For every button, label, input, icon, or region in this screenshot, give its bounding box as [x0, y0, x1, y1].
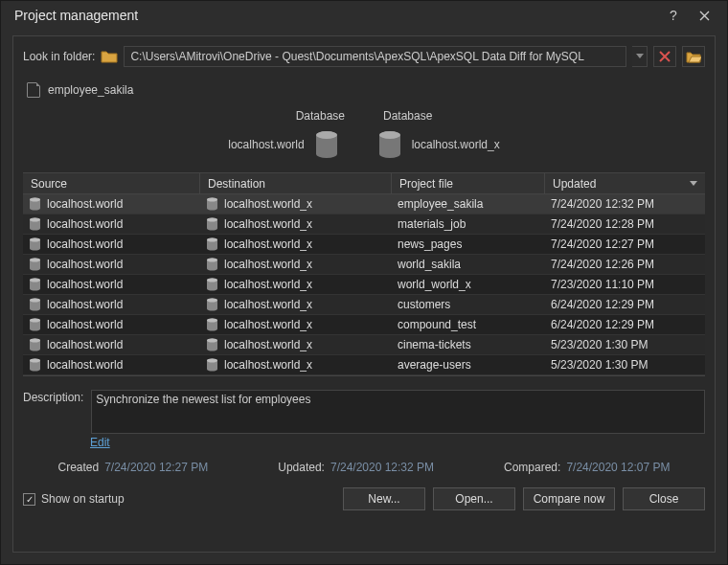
db-icon	[377, 130, 402, 159]
help-button[interactable]: ?	[658, 4, 689, 27]
cell-source: localhost.world	[47, 298, 123, 311]
header-destination[interactable]: Destination	[200, 173, 392, 193]
cell-project-file: customers	[398, 298, 450, 311]
preview-left-db: localhost.world	[228, 138, 304, 151]
grid-body: localhost.worldlocalhost.world_xemployee…	[23, 194, 705, 375]
svg-point-3	[379, 131, 400, 139]
cell-destination: localhost.world_x	[224, 358, 312, 372]
table-row[interactable]: localhost.worldlocalhost.world_xcinema-t…	[23, 335, 705, 355]
close-button[interactable]: Close	[623, 487, 705, 510]
updated-label: Updated:	[278, 461, 325, 474]
cell-updated: 7/24/2020 12:28 PM	[551, 217, 654, 231]
delete-button[interactable]	[653, 46, 676, 67]
content-area: Look in folder: employee_s	[12, 35, 716, 553]
close-window-button[interactable]	[689, 4, 719, 27]
header-project-file[interactable]: Project file	[392, 173, 545, 193]
db-icon	[206, 278, 218, 291]
cell-destination: localhost.world_x	[224, 298, 312, 311]
db-icon	[206, 358, 218, 372]
table-row[interactable]: localhost.worldlocalhost.world_xnews_pag…	[23, 235, 705, 255]
preview-dbs: localhost.world loca	[23, 130, 705, 159]
svg-point-7	[207, 198, 217, 202]
svg-point-13	[30, 238, 40, 242]
checkbox-icon: ✓	[23, 493, 35, 506]
svg-point-1	[316, 131, 337, 139]
svg-point-31	[207, 319, 217, 323]
svg-point-23	[207, 279, 217, 282]
cell-updated: 7/24/2020 12:32 PM	[551, 197, 654, 211]
table-row[interactable]: localhost.worldlocalhost.world_xaverage-…	[23, 355, 705, 375]
db-icon	[206, 197, 218, 211]
table-row[interactable]: localhost.worldlocalhost.world_xcustomer…	[23, 295, 705, 315]
projects-grid: Source Destination Project file Updated …	[23, 172, 705, 376]
edit-description-link[interactable]: Edit	[90, 436, 110, 449]
created-value: 7/24/2020 12:27 PM	[104, 461, 208, 474]
title-bar: Project management ?	[1, 1, 727, 30]
svg-point-21	[30, 279, 40, 282]
cell-updated: 7/23/2020 11:10 PM	[551, 278, 654, 291]
table-row[interactable]: localhost.worldlocalhost.world_xworld_sa…	[23, 255, 705, 275]
cell-project-file: materials_job	[398, 217, 466, 231]
svg-point-15	[207, 238, 217, 242]
sort-desc-icon	[690, 181, 697, 187]
cell-destination: localhost.world_x	[224, 258, 312, 271]
cell-project-file: employee_sakila	[398, 197, 483, 211]
browse-folder-button[interactable]	[682, 46, 705, 67]
description-text: Synchronize the newest list for employee…	[91, 390, 705, 434]
svg-point-19	[207, 259, 217, 262]
db-icon	[206, 338, 218, 351]
svg-point-17	[30, 259, 40, 262]
new-button[interactable]: New...	[343, 487, 425, 510]
svg-point-25	[30, 299, 40, 303]
updated-value: 7/24/2020 12:32 PM	[330, 461, 434, 474]
cell-updated: 7/24/2020 12:27 PM	[551, 237, 654, 251]
svg-point-29	[30, 319, 40, 323]
db-icon	[206, 237, 218, 251]
table-row[interactable]: localhost.worldlocalhost.world_xemployee…	[23, 194, 705, 215]
cell-updated: 5/23/2020 1:30 PM	[551, 338, 648, 351]
cell-project-file: news_pages	[398, 237, 462, 251]
compare-now-button[interactable]: Compare now	[523, 487, 615, 510]
cell-project-file: world_world_x	[398, 278, 471, 291]
table-row[interactable]: localhost.worldlocalhost.world_xworld_wo…	[23, 275, 705, 295]
cell-source: localhost.world	[47, 258, 123, 271]
show-on-startup-checkbox[interactable]: ✓ Show on startup	[23, 492, 125, 506]
db-icon	[206, 258, 218, 271]
svg-point-37	[30, 359, 40, 363]
cell-project-file: compound_test	[398, 318, 476, 331]
db-icon	[29, 217, 41, 231]
open-button[interactable]: Open...	[433, 487, 515, 510]
current-file-name: employee_sakila	[48, 83, 133, 97]
header-updated[interactable]: Updated	[545, 173, 705, 193]
db-icon	[206, 217, 218, 231]
cell-updated: 6/24/2020 12:29 PM	[551, 298, 654, 311]
header-source[interactable]: Source	[23, 173, 200, 193]
table-row[interactable]: localhost.worldlocalhost.world_xmaterial…	[23, 215, 705, 235]
cell-source: localhost.world	[47, 237, 123, 251]
cell-updated: 7/24/2020 12:26 PM	[551, 258, 654, 271]
svg-point-5	[30, 198, 40, 202]
project-management-window: Project management ? Look in folder:	[0, 0, 728, 565]
db-icon	[206, 298, 218, 311]
compared-label: Compared:	[504, 461, 560, 474]
cell-source: localhost.world	[47, 278, 123, 291]
preview-right-label: Database	[383, 109, 432, 123]
db-icon	[206, 318, 218, 331]
cell-source: localhost.world	[47, 217, 123, 231]
cell-source: localhost.world	[47, 318, 123, 331]
db-icon	[314, 130, 339, 159]
preview-right-db: localhost.world_x	[412, 138, 500, 151]
grid-header: Source Destination Project file Updated	[23, 173, 705, 194]
db-icon	[29, 318, 41, 331]
folder-label: Look in folder:	[23, 50, 95, 63]
cell-destination: localhost.world_x	[224, 338, 312, 351]
cell-source: localhost.world	[47, 197, 123, 211]
folder-icon	[101, 50, 118, 63]
folder-path-input[interactable]	[124, 46, 626, 67]
table-row[interactable]: localhost.worldlocalhost.world_xcompound…	[23, 315, 705, 335]
folder-dropdown-button[interactable]	[632, 46, 648, 67]
meta-row: Created 7/24/2020 12:27 PM Updated: 7/24…	[23, 461, 705, 474]
cell-updated: 5/23/2020 1:30 PM	[551, 358, 648, 372]
db-icon	[29, 237, 41, 251]
db-icon	[29, 338, 41, 351]
